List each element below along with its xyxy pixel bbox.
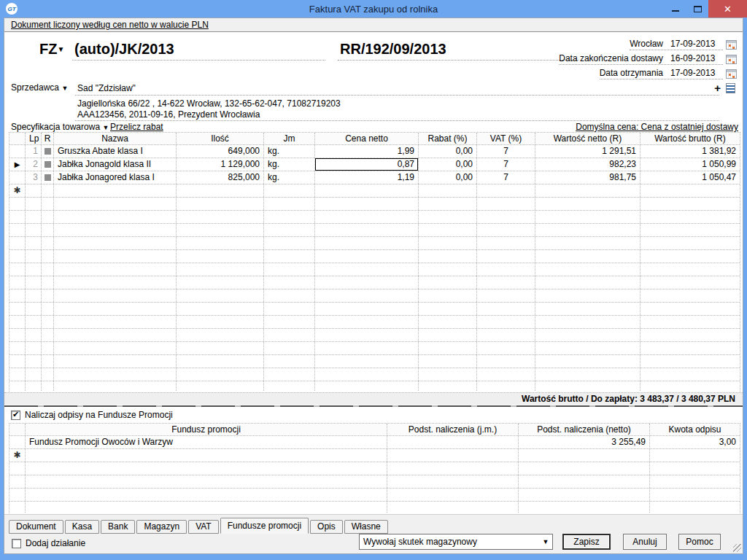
minimize-icon (672, 10, 679, 12)
funds-checkbox-label: Naliczaj odpisy na Fundusze Promocji (25, 410, 173, 420)
doc-type-dropdown[interactable]: FZ▼ (39, 41, 64, 58)
item-unit[interactable]: kg. (264, 158, 315, 171)
add-seller-icon[interactable]: + (714, 83, 721, 93)
r-flag-cell (42, 171, 54, 184)
save-button[interactable]: Zapisz (562, 534, 611, 550)
chevron-down-icon: ▼ (57, 45, 64, 53)
item-vat[interactable]: 7 (477, 145, 535, 158)
tab-vat[interactable]: VAT (188, 520, 219, 534)
minimize-button[interactable] (665, 0, 686, 18)
fund-base-unit[interactable] (387, 436, 519, 448)
row-number: 2 (26, 158, 42, 171)
item-unit[interactable]: kg. (264, 171, 315, 184)
item-discount[interactable]: 0,00 (419, 158, 477, 171)
delivery-end-label: Data zakończenia dostawy (559, 53, 670, 63)
funds-table: Fundusz promocji Podst. naliczenia (j.m.… (9, 423, 740, 513)
item-net-price[interactable]: 0,87 (315, 158, 419, 171)
col-amount: Kwota odpisu (650, 424, 740, 435)
item-name[interactable]: Gruszka Abate klasa I (54, 145, 177, 158)
row-selector[interactable]: ▶ (9, 171, 26, 184)
table-row[interactable]: ▶ 2 Jabłka Jonagold klasa II 1 129,000 k… (9, 158, 740, 171)
new-row-marker-icon: ✱ (9, 184, 26, 197)
empty-row (9, 355, 740, 368)
add-action-label: Dodaj działanie (26, 538, 85, 548)
fund-row[interactable]: Fundusz Promocji Owoców i Warzyw 3 255,4… (9, 436, 740, 449)
item-quantity[interactable]: 1 129,000 (177, 158, 264, 171)
item-vat[interactable]: 7 (477, 171, 535, 184)
tab-kasa[interactable]: Kasa (65, 520, 99, 534)
receive-date-field[interactable]: 17-09-2013 (670, 68, 723, 78)
totals-summary: Wartość brutto / Do zapłaty: 3 483,37 / … (4, 392, 743, 405)
seller-name-field[interactable]: Sad "Zdzisław" (77, 83, 136, 93)
maximize-button[interactable] (686, 0, 708, 18)
tab-dokument[interactable]: Dokument (9, 520, 63, 534)
bottom-tabs: Dokument Kasa Bank Magazyn VAT Fundusze … (9, 518, 388, 534)
issue-date-field[interactable]: 17-09-2013 (670, 39, 723, 49)
tab-bank[interactable]: Bank (101, 520, 135, 534)
calendar-icon[interactable] (726, 40, 737, 50)
recalc-discount-link[interactable]: Przelicz rabat (110, 122, 163, 132)
funds-checkbox-row[interactable]: Naliczaj odpisy na Fundusze Promocji (11, 410, 173, 420)
item-net-price[interactable]: 1,19 (315, 171, 419, 184)
tab-opis[interactable]: Opis (310, 520, 343, 534)
help-button[interactable]: Pomoc (678, 534, 721, 550)
new-row[interactable]: ✱ (9, 184, 740, 198)
empty-row (9, 489, 740, 502)
seller-address-line2: AAA123456, 2011-09-16, Prezydent Wrocław… (77, 109, 260, 120)
col-lp: Lp (26, 133, 42, 144)
default-price-link[interactable]: Domyślna cena: Cena z ostatniej dostawy (576, 122, 738, 132)
tab-fundusze-promocji[interactable]: Fundusze promocji (220, 518, 309, 534)
item-gross-value[interactable]: 1 381,92 (640, 145, 740, 158)
item-net-value[interactable]: 1 291,51 (535, 145, 640, 158)
table-row[interactable]: ▶ 3 Jabłka Jonagored klasa I 825,000 kg.… (9, 171, 740, 184)
empty-row (9, 381, 740, 392)
empty-row (9, 475, 740, 489)
delivery-end-date-field[interactable]: 16-09-2013 (670, 53, 723, 63)
cancel-button[interactable]: Anuluj (623, 534, 667, 550)
document-header: FZ▼ (auto)/JK/2013 RR/192/09/2013 Wrocła… (4, 32, 743, 132)
item-name[interactable]: Jabłka Jonagored klasa I (54, 171, 177, 184)
item-quantity[interactable]: 649,000 (177, 145, 264, 158)
selector-column-header (9, 424, 26, 435)
add-action-row[interactable]: Dodaj działanie (12, 538, 85, 548)
calculation-mode-link[interactable]: Dokument liczony według cen netto w walu… (11, 20, 209, 30)
item-discount[interactable]: 0,00 (419, 171, 477, 184)
current-row-arrow-icon: ▶ (15, 160, 20, 168)
calendar-icon[interactable] (726, 55, 737, 64)
row-selector[interactable]: ▶ (9, 145, 26, 158)
empty-grid-rows (9, 462, 740, 513)
table-row[interactable]: ▶ 1 Gruszka Abate klasa I 649,000 kg. 1,… (9, 145, 740, 158)
fund-amount[interactable]: 3,00 (650, 436, 740, 448)
close-button[interactable]: ✕ (708, 0, 747, 18)
item-discount[interactable]: 0,00 (419, 145, 477, 158)
item-net-price[interactable]: 1,99 (315, 145, 419, 158)
item-gross-value[interactable]: 1 050,47 (640, 171, 740, 184)
funds-checkbox[interactable] (11, 411, 20, 420)
fund-name[interactable]: Fundusz Promocji Owoców i Warzyw (26, 436, 387, 448)
item-quantity[interactable]: 825,000 (177, 171, 264, 184)
add-action-checkbox[interactable] (12, 539, 21, 548)
resize-grip[interactable] (733, 544, 741, 552)
item-vat[interactable]: 7 (477, 158, 535, 171)
notes-icon[interactable] (726, 83, 735, 93)
item-gross-value[interactable]: 1 050,99 (640, 158, 740, 171)
empty-row (9, 368, 740, 381)
new-row[interactable]: ✱ (9, 449, 740, 462)
selector-column-header (9, 133, 26, 144)
col-gross: Wartość brutto (R) (640, 133, 740, 144)
item-net-value[interactable]: 981,75 (535, 171, 640, 184)
source-doc-number-field[interactable]: RR/192/09/2013 (340, 41, 446, 58)
seller-dropdown[interactable]: Sprzedawca ▼ (11, 82, 68, 93)
tab-magazyn[interactable]: Magazyn (136, 520, 187, 534)
fund-base-net[interactable]: 3 255,49 (519, 436, 650, 448)
calendar-icon[interactable] (726, 69, 737, 79)
tab-wlasne[interactable]: Własne (344, 520, 388, 534)
stock-effect-dropdown[interactable]: Wywołaj skutek magazynowy ▼ (359, 534, 553, 550)
item-unit[interactable]: kg. (264, 145, 315, 158)
item-name[interactable]: Jabłka Jonagold klasa II (54, 158, 177, 171)
items-table: Lp R Nazwa Ilość Jm Cena netto Rabat (%)… (9, 132, 740, 392)
spec-dropdown[interactable]: Specyfikacja towarowa ▼ (11, 122, 109, 132)
row-selector[interactable]: ▶ (9, 158, 26, 171)
doc-number-field[interactable]: (auto)/JK/2013 (74, 41, 174, 58)
item-net-value[interactable]: 982,23 (535, 158, 640, 171)
